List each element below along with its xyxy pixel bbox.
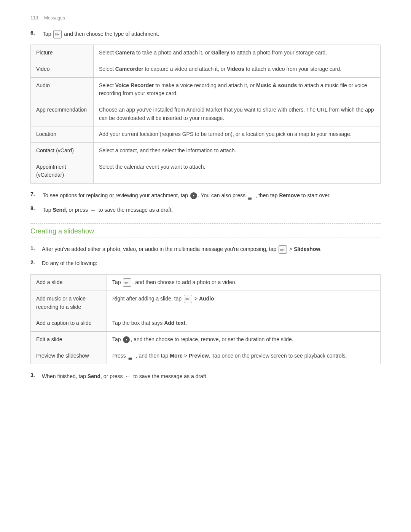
page-number: 113 [30,15,38,21]
table-cell-description: Tap the box that says Add text. [107,315,381,332]
menu-icon [128,353,135,359]
table-cell-label: Location [31,126,94,143]
table-cell-description: Select Camera to take a photo and attach… [94,45,381,61]
table-cell-label: Audio [31,77,94,102]
section-divider-top [30,223,381,224]
table-cell-label: Contact (vCard) [31,143,94,159]
table-cell-label: Preview the slideshow [31,348,107,364]
slideshow-steps: 1. After you've added either a photo, vi… [30,245,381,268]
slideshow-step-1-number: 1. [30,245,38,251]
slideshow-step-3: 3. When finished, tap Send, or press ← t… [30,372,381,382]
table-cell-description: Select Camcorder to capture a video and … [94,61,381,77]
table-row: Video Select Camcorder to capture a vide… [31,61,381,77]
step-7: 7. To see options for replacing or revie… [30,191,381,200]
table-cell-description: Tap , and then choose to add a photo or … [107,274,381,291]
table-row: Picture Select Camera to take a photo an… [31,45,381,61]
step-7-content: To see options for replacing or reviewin… [43,191,381,200]
table-cell-label: Add a slide [31,274,107,291]
table-row: Appointment (vCalendar) Select the calen… [31,159,381,183]
slideshow-step-2-number: 2. [30,259,38,265]
table-cell-label: Video [31,61,94,77]
step-7-number: 7. [30,191,40,197]
table-cell-description: Right after adding a slide, tap > Audio. [107,291,381,315]
table-row: Contact (vCard) Select a contact, and th… [31,143,381,159]
step-8-content: Tap Send, or press ← to save the message… [43,205,381,215]
table-cell-description: Select the calendar event you want to at… [94,159,381,183]
table-row: Add music or a voice recording to a slid… [31,291,381,315]
step-6-content: Tap and then choose the type of attachme… [43,30,381,38]
slideshow-step-3-list: 3. When finished, tap Send, or press ← t… [30,372,381,382]
pencil-icon [184,295,192,303]
table-cell-label: Appointment (vCalendar) [31,159,94,183]
slideshow-step-3-content: When finished, tap Send, or press ← to s… [42,372,381,382]
step-8-number: 8. [30,205,40,211]
table-cell-description: Select a contact, and then select the in… [94,143,381,159]
pencil-icon [123,278,131,287]
slideshow-step-1: 1. After you've added either a photo, vi… [30,245,381,254]
page-header: 113 Messages [30,15,381,21]
pencil-icon [279,245,287,254]
table-cell-label: Edit a slide [31,331,107,348]
table-cell-label: Add music or a voice recording to a slid… [31,291,107,315]
step-6-number: 6. [30,30,40,36]
table-row: Add a caption to a slide Tap the box tha… [31,315,381,332]
table-row: Preview the slideshow Press , and then t… [31,348,381,364]
table-row: Location Add your current location (requ… [31,126,381,143]
table-cell-description: Press , and then tap More > Preview. Tap… [107,348,381,364]
table-cell-description: Choose an app you've installed from Andr… [94,102,381,126]
attachment-table: Picture Select Camera to take a photo an… [30,45,381,184]
back-icon: ← [90,205,96,215]
page-title-header: Messages [44,15,65,21]
table-cell-description: Add your current location (requires GPS … [94,126,381,143]
menu-icon [248,193,255,198]
table-cell-label: Add a caption to a slide [31,315,107,332]
table-cell-label: Picture [31,45,94,61]
pencil-icon [53,30,62,38]
slideshow-step-2-content: Do any of the following: [42,259,381,268]
back-icon: ← [125,372,131,382]
table-row: App recommendation Choose an app you've … [31,102,381,126]
slideshow-table: Add a slide Tap , and then choose to add… [30,274,381,364]
section-divider-bottom [30,238,381,238]
slideshow-step-1-content: After you've added either a photo, video… [42,245,381,254]
step-8: 8. Tap Send, or press ← to save the mess… [30,205,381,215]
table-row: Audio Select Voice Recorder to make a vo… [31,77,381,102]
section-heading: Creating a slideshow [30,226,381,235]
step-6: 6. Tap and then choose the type of attac… [30,30,381,38]
circle-down-icon [123,336,130,343]
table-cell-description: Select Voice Recorder to make a voice re… [94,77,381,102]
slideshow-step-3-number: 3. [30,372,38,378]
table-row: Add a slide Tap , and then choose to add… [31,274,381,291]
table-row: Edit a slide Tap , and then choose to re… [31,331,381,348]
circle-down-icon [190,192,197,199]
table-cell-description: Tap , and then choose to replace, remove… [107,331,381,348]
table-cell-label: App recommendation [31,102,94,126]
slideshow-step-2: 2. Do any of the following: [30,259,381,268]
